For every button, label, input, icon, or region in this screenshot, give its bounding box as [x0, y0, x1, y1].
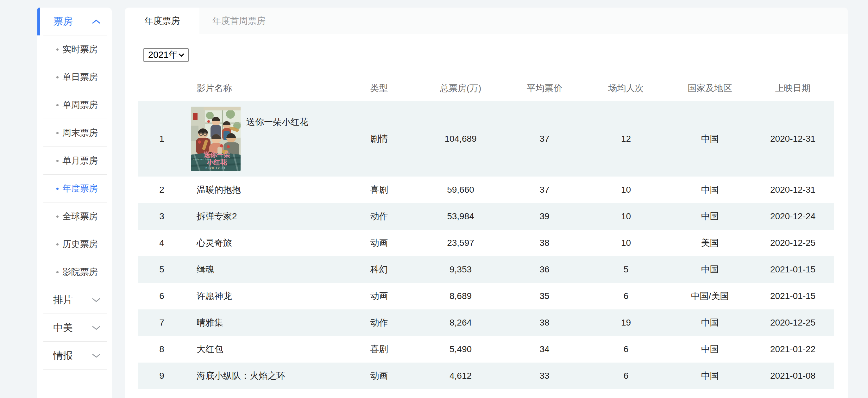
genre-cell: 动画: [342, 283, 416, 309]
avg-price-cell: 36: [505, 256, 584, 283]
avg-attendance-cell: 6: [584, 363, 668, 389]
sidebar-item-label: 单日票房: [62, 71, 98, 83]
sidebar-section-collapsed[interactable]: 中美: [37, 314, 112, 342]
sidebar-item-label: 全球票房: [62, 210, 98, 223]
col-country: 国家及地区: [668, 76, 752, 101]
sidebar-item-label: 实时票房: [62, 43, 98, 55]
sidebar-item[interactable]: 单日票房: [37, 63, 112, 91]
table-header-row: 影片名称 类型 总票房(万) 平均票价 场均人次 国家及地区 上映日期: [138, 76, 834, 101]
chevron-down-icon: [92, 326, 100, 330]
rank-cell: 6: [138, 283, 185, 309]
tab-label: 年度首周票房: [212, 16, 266, 26]
sidebar-item-label: 历史票房: [62, 238, 98, 250]
boxoffice-table: 影片名称 类型 总票房(万) 平均票价 场均人次 国家及地区 上映日期 1: [138, 76, 834, 389]
sidebar-item[interactable]: 单月票房: [37, 147, 112, 175]
sidebar-item[interactable]: 年度票房: [37, 175, 112, 202]
movie-name-cell: 温暖的抱抱: [185, 176, 342, 203]
avg-attendance-cell: 5: [584, 256, 668, 283]
rank-cell: 2: [138, 176, 185, 203]
movie-name-link[interactable]: 晴雅集: [196, 317, 223, 329]
col-avg-attendance: 场均人次: [584, 76, 668, 101]
movie-name-link[interactable]: 心灵奇旅: [196, 237, 232, 249]
movie-name-link[interactable]: 送你一朵小红花: [246, 116, 308, 128]
tab-label: 年度票房: [145, 16, 180, 26]
country-cell: 中国: [668, 309, 752, 336]
release-date-cell: 2020-12-31: [752, 101, 834, 176]
release-date-cell: 2021-01-15: [752, 283, 834, 309]
bullet-dot-icon: [56, 271, 59, 273]
movie-name-cell: 缉魂: [185, 256, 342, 283]
sidebar-section-label: 情报: [53, 349, 73, 362]
avg-attendance-cell: 12: [584, 101, 668, 176]
table-row: 5 缉魂 科幻 9,353 36 5 中国 2021-01-15: [138, 256, 834, 283]
year-select[interactable]: 2021年: [144, 48, 189, 62]
bullet-dot-icon: [56, 104, 59, 106]
sidebar-section-collapsed[interactable]: 排片: [37, 286, 112, 314]
gross-cell: 8,689: [416, 283, 505, 309]
rank-cell: 9: [138, 363, 185, 389]
tab-yearly-boxoffice[interactable]: 年度首周票房: [199, 8, 279, 34]
bullet-dot-icon: [56, 188, 59, 190]
avg-price-cell: 38: [505, 309, 584, 336]
avg-attendance-cell: 19: [584, 309, 668, 336]
country-cell: 中国: [668, 336, 752, 363]
genre-cell: 动作: [342, 203, 416, 230]
movie-name-link[interactable]: 温暖的抱抱: [196, 184, 241, 196]
sidebar-item[interactable]: 单周票房: [37, 91, 112, 119]
rank-cell: 8: [138, 336, 185, 363]
movie-name-cell: 许愿神龙: [185, 283, 342, 309]
movie-name-cell: 心灵奇旅: [185, 230, 342, 256]
bullet-dot-icon: [56, 48, 59, 51]
movie-name-link[interactable]: 大红包: [196, 343, 223, 355]
sidebar-item[interactable]: 实时票房: [37, 35, 112, 63]
genre-cell: 动画: [342, 230, 416, 256]
col-movie-name: 影片名称: [185, 76, 342, 101]
table-row: 1: [138, 101, 834, 176]
main-content-card: 年度票房 年度首周票房 2021年: [125, 8, 848, 398]
sidebar-item[interactable]: 影院票房: [37, 258, 112, 286]
sidebar-item[interactable]: 历史票房: [37, 230, 112, 258]
sidebar-item-label: 年度票房: [62, 183, 98, 195]
avg-price-cell: 39: [505, 203, 584, 230]
release-date-cell: 2020-12-25: [752, 309, 834, 336]
bullet-dot-icon: [56, 160, 59, 162]
movie-name-cell: 送你一朵小红花 a little red flower 2020.12.31 送…: [185, 101, 342, 176]
table-row: 6 许愿神龙 动画 8,689 35 6 中国/美国 2021-01-15: [138, 283, 834, 309]
gross-cell: 5,490: [416, 336, 505, 363]
movie-name-cell: 拆弹专家2: [185, 203, 342, 230]
rank-cell: 4: [138, 230, 185, 256]
year-select-value: 2021年: [148, 49, 178, 61]
table-row: 9 海底小纵队：火焰之环 动画 4,612 33 6 中国 2021-01-08: [138, 363, 834, 389]
movie-name-cell: 海底小纵队：火焰之环: [185, 363, 342, 389]
gross-cell: 53,984: [416, 203, 505, 230]
country-cell: 中国: [668, 176, 752, 203]
movie-name-link[interactable]: 海底小纵队：火焰之环: [196, 370, 285, 382]
gross-cell: 8,264: [416, 309, 505, 336]
movie-name-link[interactable]: 许愿神龙: [196, 290, 232, 302]
sidebar-item[interactable]: 全球票房: [37, 202, 112, 230]
col-release-date: 上映日期: [752, 76, 834, 101]
tab-panel: 2021年 影片名称 类型 总票房(万) 平均票价: [125, 34, 848, 389]
select-chevron-down-icon: [179, 54, 184, 57]
sidebar-section-boxoffice[interactable]: 票房: [37, 8, 112, 35]
movie-name-link[interactable]: 缉魂: [196, 264, 214, 275]
chevron-down-icon: [92, 354, 100, 358]
country-cell: 美国: [668, 230, 752, 256]
sidebar-item[interactable]: 周末票房: [37, 119, 112, 147]
tab-yearly-boxoffice[interactable]: 年度票房: [125, 8, 199, 34]
movie-name-cell: 晴雅集: [185, 309, 342, 336]
movie-poster[interactable]: 送你一朵小红花 a little red flower 2020.12.31: [191, 107, 241, 171]
genre-cell: 剧情: [342, 101, 416, 176]
movie-name-link[interactable]: 拆弹专家2: [196, 210, 237, 223]
bullet-dot-icon: [56, 76, 59, 78]
genre-cell: 喜剧: [342, 176, 416, 203]
sidebar-section-collapsed[interactable]: 情报: [37, 342, 112, 369]
release-date-cell: 2020-12-31: [752, 176, 834, 203]
rank-cell: 7: [138, 309, 185, 336]
gross-cell: 104,689: [416, 101, 505, 176]
avg-price-cell: 33: [505, 363, 584, 389]
release-date-cell: 2020-12-24: [752, 203, 834, 230]
poster-tagline-text: a little red flower: [193, 158, 212, 161]
sidebar-section-label: 排片: [53, 293, 73, 306]
avg-price-cell: 35: [505, 283, 584, 309]
